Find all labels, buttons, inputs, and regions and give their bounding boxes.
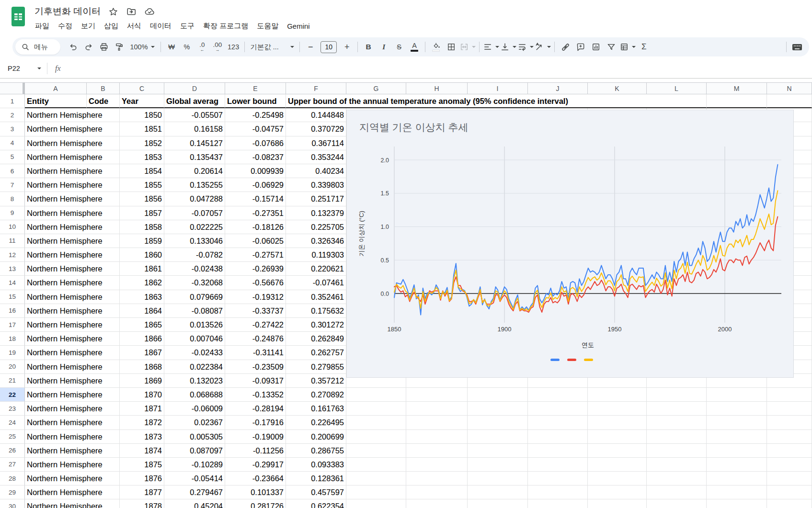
cell-D24[interactable]: 0.02367 xyxy=(164,416,225,429)
menu-format[interactable]: 서식 xyxy=(123,20,146,32)
menus-search-button[interactable]: 메뉴 xyxy=(15,39,60,55)
cell-E23[interactable]: -0.28194 xyxy=(225,402,286,416)
cell-J28[interactable] xyxy=(528,472,588,485)
increase-decimal-button[interactable]: .00→ xyxy=(210,40,225,54)
cell-F23[interactable]: 0.161763 xyxy=(286,402,346,416)
cell-E2[interactable]: -0.25498 xyxy=(225,108,286,122)
cell-D20[interactable]: 0.022384 xyxy=(164,360,225,374)
cell-N30[interactable] xyxy=(767,499,812,508)
insert-link-button[interactable] xyxy=(558,40,572,54)
row-header-17[interactable]: 17 xyxy=(0,318,25,332)
cell-A18[interactable]: Northern Hemisphere xyxy=(25,332,87,346)
horizontal-align-button[interactable] xyxy=(483,40,499,54)
menu-help[interactable]: 도움말 xyxy=(252,20,283,32)
cell-C18[interactable]: 1866 xyxy=(120,332,164,346)
cell-E27[interactable]: -0.29917 xyxy=(225,458,286,472)
cell-A14[interactable]: Northern Hemisphere xyxy=(25,276,87,290)
cell-D4[interactable]: 0.145127 xyxy=(164,136,225,150)
column-header-C[interactable]: C xyxy=(120,82,164,94)
cell-A28[interactable]: Northern Hemisphere xyxy=(25,472,87,485)
cell-J26[interactable] xyxy=(528,444,588,458)
cell-E24[interactable]: -0.17916 xyxy=(225,416,286,429)
cell-C13[interactable]: 1861 xyxy=(120,262,164,276)
cell-C28[interactable]: 1876 xyxy=(120,472,164,485)
cell-A10[interactable]: Northern Hemisphere xyxy=(25,220,87,234)
cell-F20[interactable]: 0.279855 xyxy=(286,360,346,374)
cell-E4[interactable]: -0.07686 xyxy=(225,136,286,150)
cell-L27[interactable] xyxy=(647,458,707,472)
cell-E14[interactable]: -0.56676 xyxy=(225,276,286,290)
row-header-29[interactable]: 29 xyxy=(0,485,25,499)
cell-C10[interactable]: 1858 xyxy=(120,220,164,234)
row-header-18[interactable]: 18 xyxy=(0,332,25,346)
cell-D29[interactable]: 0.279467 xyxy=(164,485,225,499)
cell-F22[interactable]: 0.270892 xyxy=(286,388,346,402)
cell-K23[interactable] xyxy=(588,402,647,416)
row-header-14[interactable]: 14 xyxy=(0,276,25,290)
cell-G30[interactable] xyxy=(346,499,406,508)
row-header-13[interactable]: 13 xyxy=(0,262,25,276)
cell-C29[interactable]: 1877 xyxy=(120,485,164,499)
cell-F7[interactable]: 0.339803 xyxy=(286,178,346,192)
cell-C21[interactable]: 1869 xyxy=(120,374,164,388)
more-number-formats-button[interactable]: 123 xyxy=(226,40,241,54)
cell-C19[interactable]: 1867 xyxy=(120,346,164,360)
cell-D17[interactable]: 0.013526 xyxy=(164,318,225,332)
cell-A27[interactable]: Northern Hemisphere xyxy=(25,458,87,472)
cell-L1[interactable] xyxy=(647,94,707,108)
cell-M26[interactable] xyxy=(707,444,767,458)
cell-N1[interactable] xyxy=(767,94,812,108)
cell-J23[interactable] xyxy=(528,402,588,416)
cell-E10[interactable]: -0.18126 xyxy=(225,220,286,234)
row-header-15[interactable]: 15 xyxy=(0,290,25,304)
cell-D13[interactable]: -0.02438 xyxy=(164,262,225,276)
cell-D2[interactable]: -0.05507 xyxy=(164,108,225,122)
menu-edit[interactable]: 수정 xyxy=(54,20,77,32)
row-header-3[interactable]: 3 xyxy=(0,122,25,136)
row-header-19[interactable]: 19 xyxy=(0,346,25,360)
cell-M22[interactable] xyxy=(707,388,767,402)
cell-E17[interactable]: -0.27422 xyxy=(225,318,286,332)
select-all-corner[interactable] xyxy=(0,82,25,94)
cell-D14[interactable]: -0.32068 xyxy=(164,276,225,290)
cell-J25[interactable] xyxy=(528,430,588,444)
column-header-M[interactable]: M xyxy=(707,82,767,94)
cell-N23[interactable] xyxy=(767,402,812,416)
input-tools-button[interactable] xyxy=(790,40,804,54)
cell-D18[interactable]: 0.007046 xyxy=(164,332,225,346)
cell-K27[interactable] xyxy=(588,458,647,472)
cell-M27[interactable] xyxy=(707,458,767,472)
cell-M23[interactable] xyxy=(707,402,767,416)
cell-M30[interactable] xyxy=(707,499,767,508)
row-header-30[interactable]: 30 xyxy=(0,499,25,508)
paint-format-button[interactable] xyxy=(112,40,126,54)
move-folder-icon[interactable] xyxy=(126,6,137,17)
menu-file[interactable]: 파일 xyxy=(31,20,54,32)
strikethrough-button[interactable]: S xyxy=(392,40,406,54)
cell-C30[interactable]: 1878 xyxy=(120,499,164,508)
embedded-chart[interactable]: 지역별 기온 이상치 추세 기온 이상치 (°C) 연도 18501900195… xyxy=(346,110,794,378)
column-header-K[interactable]: K xyxy=(588,82,647,94)
cell-F2[interactable]: 0.144848 xyxy=(286,108,346,122)
cell-I30[interactable] xyxy=(468,499,528,508)
text-color-button[interactable]: A xyxy=(407,40,422,54)
print-button[interactable] xyxy=(97,40,111,54)
cell-L28[interactable] xyxy=(647,472,707,485)
cell-F3[interactable]: 0.370729 xyxy=(286,122,346,136)
cell-G28[interactable] xyxy=(346,472,406,485)
cell-D8[interactable]: 0.047288 xyxy=(164,192,225,206)
cell-D16[interactable]: -0.08087 xyxy=(164,304,225,318)
cell-I24[interactable] xyxy=(468,416,528,429)
cell-I27[interactable] xyxy=(468,458,528,472)
cell-I26[interactable] xyxy=(468,444,528,458)
row-header-7[interactable]: 7 xyxy=(0,178,25,192)
cell-E5[interactable]: -0.08237 xyxy=(225,150,286,164)
cell-A2[interactable]: Northern Hemisphere xyxy=(25,108,87,122)
cell-A24[interactable]: Northern Hemisphere xyxy=(25,416,87,429)
cell-H22[interactable] xyxy=(406,388,468,402)
column-header-N[interactable]: N xyxy=(767,82,812,94)
menu-view[interactable]: 보기 xyxy=(77,20,100,32)
sheets-logo[interactable] xyxy=(10,6,27,28)
row-header-20[interactable]: 20 xyxy=(0,360,25,374)
cell-E21[interactable]: -0.09317 xyxy=(225,374,286,388)
